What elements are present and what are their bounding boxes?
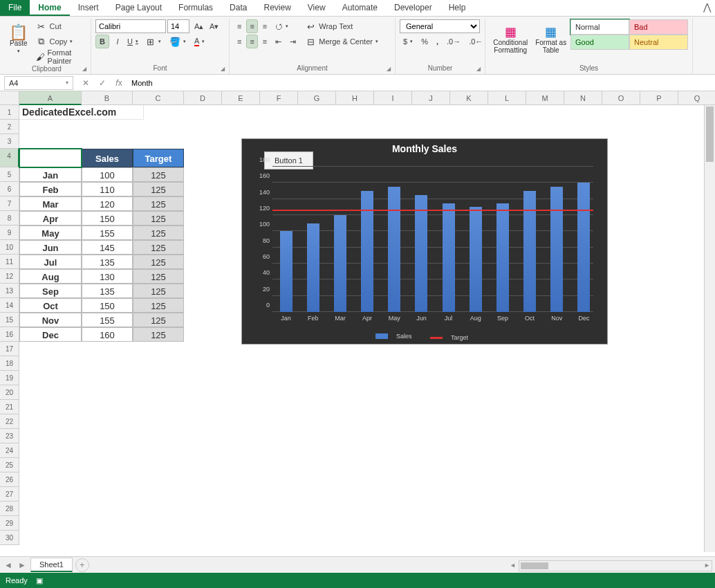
border-button[interactable]: ⊞▾: [141, 35, 165, 48]
col-header-A[interactable]: A: [19, 91, 82, 105]
cell-A12[interactable]: Aug: [19, 269, 82, 284]
add-sheet-button[interactable]: +: [75, 558, 89, 572]
tab-home[interactable]: Home: [30, 0, 69, 16]
row-header-19[interactable]: 19: [0, 371, 19, 385]
row-header-18[interactable]: 18: [0, 356, 19, 371]
col-header-M[interactable]: M: [526, 91, 564, 105]
underline-button[interactable]: U▾: [126, 35, 140, 48]
row-header-30[interactable]: 30: [0, 531, 19, 545]
cell-C6[interactable]: 125: [133, 182, 184, 196]
font-color-button[interactable]: A▾: [191, 35, 208, 48]
tab-automate[interactable]: Automate: [334, 0, 386, 16]
tab-view[interactable]: View: [299, 0, 334, 16]
cell-B14[interactable]: 150: [82, 298, 133, 313]
row-header-29[interactable]: 29: [0, 516, 19, 531]
cell-B13[interactable]: 135: [82, 284, 133, 298]
row-header-8[interactable]: 8: [0, 211, 19, 226]
bar-Nov[interactable]: [550, 187, 563, 312]
fill-color-button[interactable]: 🪣▾: [166, 35, 189, 48]
formula-accept-button[interactable]: ✓: [94, 78, 111, 88]
align-center-button[interactable]: ≡: [246, 35, 257, 48]
row-header-5[interactable]: 5: [0, 167, 19, 182]
row-header-3[interactable]: 3: [0, 134, 19, 149]
tab-file[interactable]: File: [0, 0, 30, 16]
paste-button[interactable]: 📋 Paste ▾: [7, 19, 30, 61]
style-normal[interactable]: Normal: [570, 19, 629, 35]
row-header-27[interactable]: 27: [0, 487, 19, 502]
row-header-25[interactable]: 25: [0, 458, 19, 472]
col-header-P[interactable]: P: [640, 91, 678, 105]
decrease-decimal-button[interactable]: .0←: [465, 35, 486, 48]
merge-center-button[interactable]: ⊟Merge & Center▾: [301, 35, 382, 48]
clipboard-launcher[interactable]: ◢: [82, 66, 89, 73]
conditional-formatting-button[interactable]: ▦ Conditional Formatting: [490, 19, 531, 61]
increase-font-button[interactable]: A▴: [191, 19, 205, 33]
alignment-launcher[interactable]: ◢: [387, 66, 393, 73]
col-header-D[interactable]: D: [184, 91, 222, 105]
percent-button[interactable]: %: [418, 35, 431, 48]
wrap-text-button[interactable]: ↩Wrap Text: [301, 19, 382, 33]
select-all-corner[interactable]: [0, 91, 19, 105]
format-as-table-button[interactable]: ▦ Format as Table: [533, 19, 568, 61]
cell-C9[interactable]: 125: [133, 226, 184, 240]
cell-C16[interactable]: 125: [133, 327, 184, 342]
vertical-scrollbar[interactable]: [704, 105, 715, 552]
cell-A9[interactable]: May: [19, 226, 82, 240]
col-header-F[interactable]: F: [260, 91, 298, 105]
tab-help[interactable]: Help: [440, 0, 474, 16]
col-header-E[interactable]: E: [222, 91, 260, 105]
cell-A11[interactable]: Jul: [19, 255, 82, 269]
col-header-B[interactable]: B: [82, 91, 133, 105]
row-header-13[interactable]: 13: [0, 284, 19, 298]
col-header-N[interactable]: N: [564, 91, 602, 105]
style-neutral[interactable]: Neutral: [629, 35, 688, 50]
align-top-button[interactable]: ≡: [234, 19, 245, 33]
align-middle-button[interactable]: ≡: [246, 19, 257, 33]
formula-cancel-button[interactable]: ✕: [77, 78, 94, 88]
cell-A7[interactable]: Mar: [19, 196, 82, 211]
cell-B7[interactable]: 120: [82, 196, 133, 211]
currency-button[interactable]: $▾: [400, 35, 416, 48]
align-left-button[interactable]: ≡: [234, 35, 245, 48]
bar-Dec[interactable]: [577, 183, 590, 312]
cut-button[interactable]: ✂Cut: [32, 19, 86, 33]
cell-B16[interactable]: 160: [82, 327, 133, 342]
bar-Jan[interactable]: [280, 231, 292, 312]
decrease-font-button[interactable]: A▾: [206, 19, 220, 33]
cell-C14[interactable]: 125: [133, 298, 184, 313]
row-header-10[interactable]: 10: [0, 240, 19, 255]
cell-B10[interactable]: 145: [82, 240, 133, 255]
cell-A14[interactable]: Oct: [19, 298, 82, 313]
style-bad[interactable]: Bad: [629, 19, 688, 35]
row-header-6[interactable]: 6: [0, 182, 19, 196]
row-header-12[interactable]: 12: [0, 269, 19, 284]
font-size-select[interactable]: [167, 19, 189, 33]
bar-Feb[interactable]: [307, 223, 319, 312]
row-header-15[interactable]: 15: [0, 313, 19, 327]
bar-Mar[interactable]: [334, 215, 346, 312]
cell-A5[interactable]: Jan: [19, 167, 82, 182]
sheet-nav-prev[interactable]: ◄: [3, 560, 14, 570]
col-header-K[interactable]: K: [450, 91, 488, 105]
increase-indent-button[interactable]: ⇥: [286, 35, 299, 48]
number-format-select[interactable]: General: [400, 19, 480, 33]
cell-C4[interactable]: Target: [133, 149, 184, 167]
cell-A8[interactable]: Apr: [19, 211, 82, 226]
row-header-24[interactable]: 24: [0, 443, 19, 458]
cell-A15[interactable]: Nov: [19, 313, 82, 327]
sheet-tab[interactable]: Sheet1: [30, 558, 73, 572]
decrease-indent-button[interactable]: ⇤: [272, 35, 285, 48]
cell-A6[interactable]: Feb: [19, 182, 82, 196]
comma-button[interactable]: ,: [433, 35, 442, 48]
row-header-16[interactable]: 16: [0, 327, 19, 342]
tab-formulas[interactable]: Formulas: [170, 0, 221, 16]
row-header-9[interactable]: 9: [0, 226, 19, 240]
style-good[interactable]: Good: [570, 35, 629, 50]
cell-A13[interactable]: Sep: [19, 284, 82, 298]
bar-Jul[interactable]: [443, 203, 455, 313]
bar-May[interactable]: [388, 187, 400, 312]
name-box[interactable]: A4▾: [4, 76, 73, 90]
share-button[interactable]: ⋀: [703, 1, 711, 12]
cell-A1[interactable]: DedicatedExcel.com: [19, 105, 144, 120]
row-header-14[interactable]: 14: [0, 298, 19, 313]
